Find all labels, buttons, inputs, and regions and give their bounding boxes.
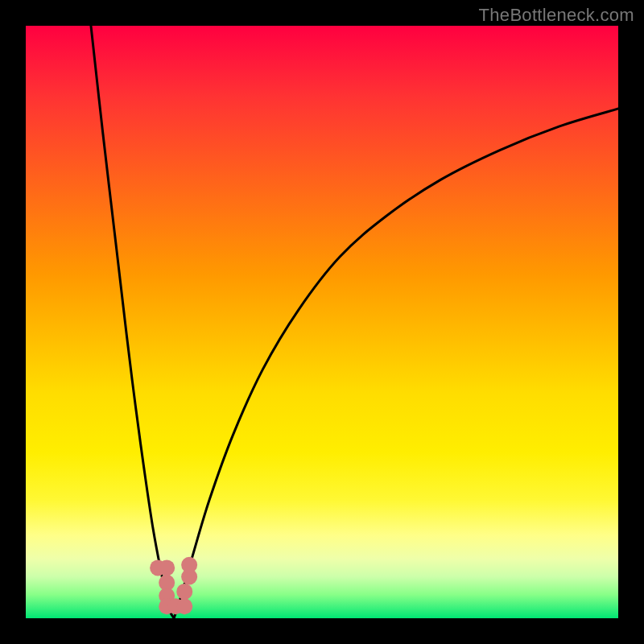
right-curve	[174, 109, 618, 618]
marker-dot	[159, 559, 175, 576]
curve-layer	[91, 26, 618, 618]
left-curve	[91, 26, 174, 618]
marker-layer	[150, 557, 197, 615]
marker-dot	[176, 598, 192, 614]
watermark-text: TheBottleneck.com	[479, 5, 634, 26]
chart-frame: TheBottleneck.com	[0, 0, 644, 644]
marker-dot	[181, 557, 197, 573]
plot-area	[26, 26, 618, 618]
marker-dot	[176, 584, 192, 600]
chart-svg	[26, 26, 618, 618]
